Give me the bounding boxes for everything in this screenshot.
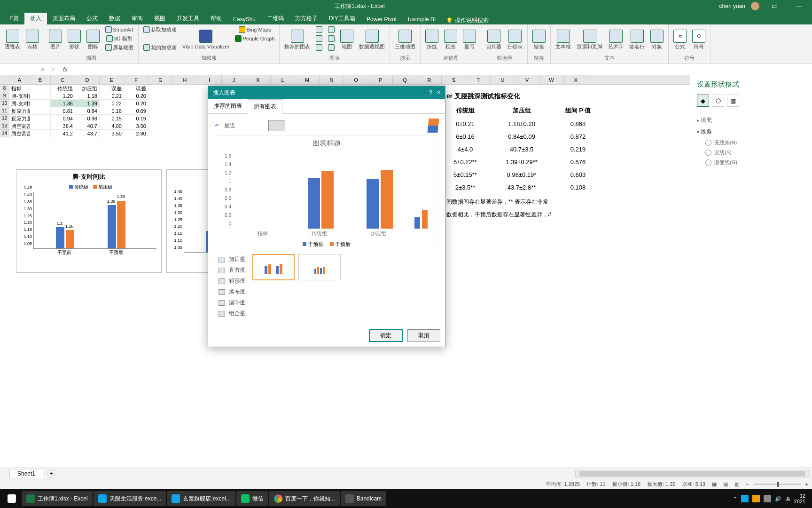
fill-line-tab-icon[interactable]: ◆ bbox=[697, 95, 709, 107]
timeline-button[interactable]: 日程表 bbox=[505, 25, 524, 54]
pivotchart-button[interactable]: 数据透视图 bbox=[357, 25, 387, 54]
get-addins-button[interactable]: 获取加载项 bbox=[141, 25, 179, 34]
fill-section[interactable]: 填充 bbox=[697, 114, 805, 126]
spark-winloss-button[interactable]: 盈亏 bbox=[461, 25, 478, 54]
effects-tab-icon[interactable]: ⬠ bbox=[712, 95, 724, 107]
stat-chart-button[interactable] bbox=[326, 34, 336, 43]
type-funnel[interactable]: 漏斗图 bbox=[216, 297, 249, 308]
column-chart-button[interactable] bbox=[314, 25, 324, 34]
task-app3[interactable]: 玄秦旗舰店:excel... bbox=[167, 491, 235, 506]
start-button[interactable] bbox=[3, 491, 21, 506]
user-avatar-icon[interactable] bbox=[751, 2, 759, 10]
task-app2[interactable]: 天眼生活服务:exce... bbox=[94, 491, 166, 506]
slicer-button[interactable]: 切片器 bbox=[484, 25, 503, 54]
3dmap-button[interactable]: 三维地图 bbox=[393, 25, 417, 54]
horizontal-scrollbar[interactable] bbox=[575, 470, 810, 477]
spark-column-button[interactable]: 柱形 bbox=[442, 25, 459, 54]
tab-recommended[interactable]: 推荐的图表 bbox=[208, 99, 248, 113]
system-tray[interactable]: ⌃ 🔊 🖧 12 2021 bbox=[733, 493, 809, 504]
tell-me[interactable]: 💡操作说明搜索 bbox=[446, 16, 489, 24]
dialog-titlebar[interactable]: 插入图表 ? × bbox=[208, 86, 445, 99]
pivot-table-button[interactable]: 透视表 bbox=[3, 25, 22, 54]
visio-button[interactable]: Visio Data Visualizer bbox=[180, 25, 231, 54]
task-excel[interactable]: 工作簿1.xlsx - Excel bbox=[22, 491, 93, 506]
combo-chart-button[interactable] bbox=[326, 43, 336, 52]
tab-view[interactable]: 视图 bbox=[148, 13, 171, 24]
tab-tusimple[interactable]: tusimple BI bbox=[402, 14, 441, 24]
gradient-line-option[interactable]: 渐变线(G) bbox=[697, 158, 805, 167]
spark-line-button[interactable]: 折线 bbox=[423, 25, 440, 54]
smartart-button[interactable]: SmartArt bbox=[103, 25, 135, 34]
size-tab-icon[interactable]: ▦ bbox=[727, 95, 739, 107]
screenshot-button[interactable]: 屏幕截图 bbox=[103, 43, 135, 52]
tab-pagelayout[interactable]: 页面布局 bbox=[47, 13, 81, 24]
tab-help[interactable]: 帮助 bbox=[205, 13, 227, 24]
new-sheet-button[interactable]: + bbox=[47, 469, 55, 478]
fx-icon[interactable]: fx bbox=[58, 66, 72, 73]
tray-icon[interactable] bbox=[741, 495, 749, 502]
tray-network-icon[interactable]: 🖧 bbox=[785, 496, 790, 501]
chart-thumb-2[interactable] bbox=[298, 254, 341, 280]
object-button[interactable]: 对象 bbox=[648, 25, 665, 54]
sheet-tab-1[interactable]: Sheet1 bbox=[9, 469, 43, 478]
scatter-chart-button[interactable] bbox=[314, 43, 324, 52]
people-graph-button[interactable]: People Graph bbox=[233, 34, 276, 43]
tray-icon[interactable] bbox=[752, 495, 760, 502]
enter-formula-icon[interactable]: ✓ bbox=[48, 66, 58, 73]
dialog-help-icon[interactable]: ? bbox=[429, 89, 432, 96]
maps-button[interactable]: 地图 bbox=[338, 25, 355, 54]
my-addins-button[interactable]: 我的加载项 bbox=[141, 43, 179, 52]
shapes-button[interactable]: 形状 bbox=[66, 25, 83, 54]
view-normal-icon[interactable]: ▦ bbox=[712, 481, 717, 487]
line-chart-button[interactable] bbox=[326, 25, 336, 34]
signature-button[interactable]: 签名行 bbox=[627, 25, 647, 54]
type-waterfall[interactable]: 瀑布图 bbox=[216, 286, 249, 297]
tray-volume-icon[interactable]: 🔊 bbox=[775, 496, 781, 502]
wordart-button[interactable]: 艺术字 bbox=[606, 25, 625, 54]
cancel-button[interactable]: 取消 bbox=[407, 329, 440, 342]
type-combo[interactable]: 组合图 bbox=[216, 308, 249, 319]
textbox-button[interactable]: 文本框 bbox=[554, 25, 573, 54]
recommended-charts-button[interactable]: 推荐的图表 bbox=[282, 25, 312, 54]
zoom-out-icon[interactable]: − bbox=[746, 482, 749, 487]
tab-all-charts[interactable]: 所有图表 bbox=[248, 99, 282, 114]
tab-easyshu[interactable]: EasyShu bbox=[227, 14, 261, 24]
bing-maps-button[interactable]: Bing Maps bbox=[233, 25, 276, 34]
ribbon-display-icon[interactable]: ▭ bbox=[765, 2, 784, 10]
chart-thumb-1[interactable] bbox=[252, 254, 295, 280]
tab-review[interactable]: 审阅 bbox=[126, 13, 148, 24]
task-wechat[interactable]: 微信 bbox=[236, 491, 268, 506]
zoom-in-icon[interactable]: + bbox=[805, 482, 808, 487]
zoom-slider[interactable] bbox=[754, 484, 801, 485]
tab-ffgz[interactable]: 方方格子 bbox=[289, 13, 323, 24]
tray-icon[interactable] bbox=[764, 495, 771, 502]
chart-subtype-icon[interactable] bbox=[268, 120, 285, 131]
formula-input[interactable] bbox=[72, 66, 812, 73]
cancel-formula-icon[interactable]: ✕ bbox=[38, 66, 48, 73]
solid-line-option[interactable]: 实线(S) bbox=[697, 148, 805, 158]
ok-button[interactable]: 确定 bbox=[369, 329, 403, 342]
zoom-control[interactable]: − + bbox=[746, 482, 808, 487]
link-button[interactable]: 链接 bbox=[531, 25, 547, 54]
tab-data[interactable]: 数据 bbox=[103, 13, 126, 24]
header-footer-button[interactable]: 页眉和页脚 bbox=[575, 25, 604, 54]
view-break-icon[interactable]: ▥ bbox=[734, 481, 739, 487]
hierarchy-chart-button[interactable] bbox=[314, 34, 324, 43]
type-boxplot[interactable]: 箱形图 bbox=[216, 276, 249, 286]
type-histogram[interactable]: 直方图 bbox=[216, 265, 249, 276]
tray-up-icon[interactable]: ⌃ bbox=[733, 496, 737, 502]
line-section[interactable]: 线条 bbox=[697, 126, 805, 138]
pictures-button[interactable]: 图片 bbox=[47, 25, 64, 54]
user-name[interactable]: chen yuan bbox=[719, 3, 745, 9]
3dmodel-button[interactable]: 3D 模型 bbox=[103, 34, 135, 43]
icons-button[interactable]: 图标 bbox=[85, 25, 102, 54]
tab-formulas[interactable]: 公式 bbox=[81, 13, 103, 24]
type-sunburst[interactable]: 旭日图 bbox=[216, 254, 249, 265]
view-layout-icon[interactable]: ▤ bbox=[723, 481, 728, 487]
table-button[interactable]: 表格 bbox=[24, 25, 41, 54]
task-baidu[interactable]: 百度一下，你就知... bbox=[269, 491, 340, 506]
tab-developer[interactable]: 开发工具 bbox=[171, 13, 205, 24]
tab-qrcode[interactable]: 二维码 bbox=[261, 13, 289, 24]
column-headers[interactable]: AB CD EF GH IJ KL MN OP QR ST UV WX bbox=[0, 75, 690, 85]
3d-subtype-icon[interactable] bbox=[427, 119, 439, 133]
